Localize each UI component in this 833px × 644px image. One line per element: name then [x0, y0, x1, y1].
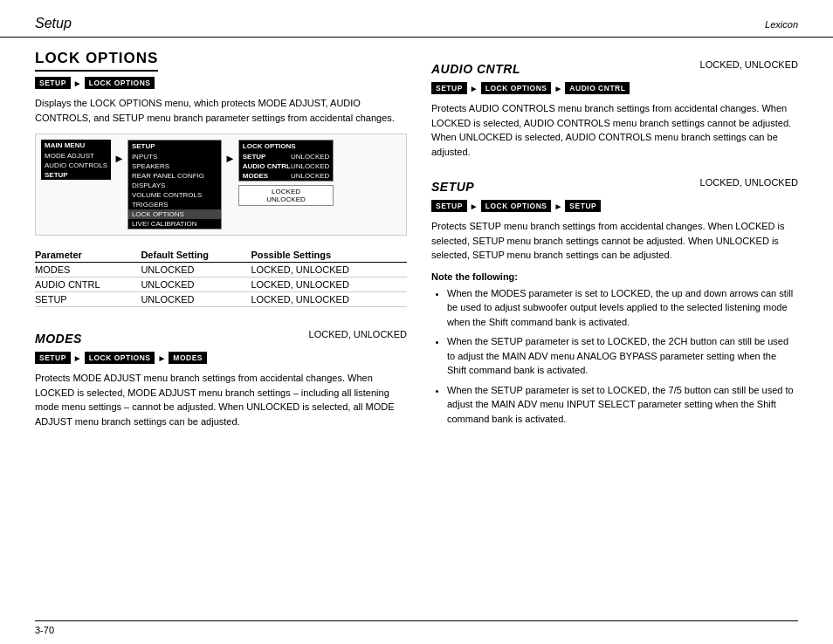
audio-bc-lock-options: LOCK OPTIONS — [481, 82, 552, 94]
header-setup-label: Setup — [35, 16, 72, 31]
page: Setup Lexicon LOCK OPTIONS SETUP ► LOCK … — [0, 0, 833, 644]
audio-cntrl-title: AUDIO CNTRL — [431, 62, 520, 76]
param-setup: SETUP — [35, 292, 141, 307]
modes-section-header: MODES LOCKED, UNLOCKED — [35, 319, 407, 349]
unlocked-option: UNLOCKED — [246, 195, 327, 203]
default-audio-cntrl: UNLOCKED — [141, 277, 251, 292]
setup-section-title: SETUP — [431, 180, 474, 194]
audio-cntrl-header: AUDIO CNTRL LOCKED, UNLOCKED — [431, 50, 798, 79]
default-setup: UNLOCKED — [141, 292, 251, 307]
right-column: AUDIO CNTRL LOCKED, UNLOCKED SETUP ► LOC… — [431, 50, 798, 437]
modes-breadcrumb: SETUP ► LOCK OPTIONS ► MODES — [35, 352, 407, 364]
note-list: When the MODES parameter is set to LOCKE… — [431, 286, 798, 427]
setup-description: Protects SETUP menu branch settings from… — [431, 219, 798, 263]
breadcrumb-setup: SETUP — [35, 77, 71, 89]
setup-bc-arrow-2: ► — [554, 202, 562, 211]
menu-col3-modes-label: MODES — [243, 172, 268, 180]
audio-cntrl-description: Protects AUDIO CONTROLS menu branch sett… — [431, 101, 798, 159]
menu-col1-item-audio-controls: AUDIO CONTROLS — [41, 161, 111, 170]
note-heading: Note the following: — [431, 271, 798, 282]
table-row: MODES UNLOCKED LOCKED, UNLOCKED — [35, 263, 407, 277]
menu-col2-inputs: INPUTS — [128, 152, 221, 161]
audio-bc-audio-cntrl: AUDIO CNTRL — [565, 82, 630, 94]
modes-title: MODES — [35, 332, 82, 346]
menu-col3-audio-label: AUDIO CNTRL — [243, 162, 291, 170]
audio-bc-arrow-2: ► — [554, 84, 562, 93]
audio-cntrl-breadcrumb: SETUP ► LOCK OPTIONS ► AUDIO CNTRL — [431, 82, 798, 94]
modes-bc-setup: SETUP — [35, 352, 71, 364]
modes-description: Protects MODE ADJUST menu branch setting… — [35, 371, 407, 428]
menu-col2-lock-options: LOCK OPTIONS — [128, 209, 221, 219]
default-modes: UNLOCKED — [141, 263, 251, 277]
menu-col2-displays: DISPLAYS — [128, 181, 221, 190]
possible-setup: LOCKED, UNLOCKED — [251, 292, 407, 307]
modes-bc-modes: MODES — [169, 352, 207, 364]
intro-description: Displays the LOCK OPTIONS menu, which pr… — [35, 96, 407, 125]
page-footer: 3-70 — [35, 620, 798, 635]
menu-col2-triggers: TRIGGERS — [128, 200, 221, 209]
modes-bc-arrow-1: ► — [73, 353, 82, 363]
param-modes: MODES — [35, 263, 141, 277]
modes-bc-lock-options: LOCK OPTIONS — [85, 352, 155, 364]
possible-audio-cntrl: LOCKED, UNLOCKED — [251, 277, 407, 292]
locked-option: LOCKED — [246, 188, 327, 195]
main-section-title: LOCK OPTIONS — [35, 50, 158, 72]
menu-col3-modes-value: UNLOCKED — [291, 172, 329, 180]
possible-modes: LOCKED, UNLOCKED — [251, 263, 407, 277]
setup-section-options: LOCKED, UNLOCKED — [700, 177, 798, 188]
menu-col3-audio-row: AUDIO CNTRL UNLOCKED — [239, 161, 334, 171]
modes-bc-arrow-2: ► — [157, 353, 166, 363]
modes-options: LOCKED, UNLOCKED — [309, 329, 407, 339]
left-column: LOCK OPTIONS SETUP ► LOCK OPTIONS Displa… — [35, 50, 407, 437]
setup-bc-setup-end: SETUP — [565, 200, 601, 212]
setup-bc-arrow-1: ► — [470, 202, 478, 211]
audio-bc-setup: SETUP — [431, 82, 467, 94]
header-brand-label: Lexicon — [765, 19, 798, 30]
menu-col2-rear-panel: REAR PANEL CONFIG — [128, 171, 221, 181]
menu-col2-volume: VOLUME CONTROLS — [128, 190, 221, 200]
breadcrumb-arrow-1: ► — [73, 79, 82, 88]
menu-col3-header: LOCK OPTIONS — [239, 140, 334, 152]
menu-col3-audio-value: UNLOCKED — [291, 162, 329, 170]
menu-col2: SETUP INPUTS SPEAKERS REAR PANEL CONFIG … — [127, 140, 222, 230]
page-header: Setup Lexicon — [0, 0, 833, 38]
param-col-header: Parameter — [35, 248, 141, 263]
audio-bc-arrow-1: ► — [470, 84, 478, 93]
footer-page-number: 3-70 — [35, 625, 54, 635]
menu-col2-header: SETUP — [128, 140, 221, 152]
possible-col-header: Possible Settings — [251, 248, 407, 263]
setup-bc-setup: SETUP — [431, 200, 467, 212]
menu-col2-speakers: SPEAKERS — [128, 161, 221, 171]
setup-breadcrumb: SETUP ► LOCK OPTIONS ► SETUP — [431, 200, 798, 212]
menu-col1-item-setup: SETUP — [41, 170, 111, 180]
content-area: LOCK OPTIONS SETUP ► LOCK OPTIONS Displa… — [0, 38, 833, 449]
table-row: SETUP UNLOCKED LOCKED, UNLOCKED — [35, 292, 407, 307]
setup-section-header: SETUP LOCKED, UNLOCKED — [431, 168, 798, 197]
menu-col3-wrapper: LOCK OPTIONS SETUP UNLOCKED AUDIO CNTRL … — [238, 140, 334, 206]
setup-bc-lock-options: LOCK OPTIONS — [481, 200, 552, 212]
menu-col3-setup-row: SETUP UNLOCKED — [239, 152, 334, 161]
menu-col3-modes-row: MODES UNLOCKED — [239, 171, 334, 181]
menu-diagram: MAIN MENU MODE ADJUST AUDIO CONTROLS SET… — [35, 134, 407, 236]
menu-col1-item-mode-adjust: MODE ADJUST — [41, 151, 111, 161]
menu-col3-setup-value: UNLOCKED — [291, 153, 329, 161]
menu-col3: LOCK OPTIONS SETUP UNLOCKED AUDIO CNTRL … — [238, 140, 334, 182]
note-item-3: When the SETUP parameter is set to LOCKE… — [447, 383, 798, 427]
menu-col1: MAIN MENU MODE ADJUST AUDIO CONTROLS SET… — [41, 140, 111, 180]
locked-options-box: LOCKED UNLOCKED — [238, 185, 334, 206]
setup-section: SETUP LOCKED, UNLOCKED SETUP ► LOCK OPTI… — [431, 168, 798, 263]
default-col-header: Default Setting — [141, 248, 251, 263]
diagram-arrow-2: ► — [222, 140, 238, 165]
diagram-arrow-1: ► — [111, 140, 127, 165]
note-item-1: When the MODES parameter is set to LOCKE… — [447, 286, 798, 330]
breadcrumb-lock-options: LOCK OPTIONS — [85, 77, 155, 89]
param-audio-cntrl: AUDIO CNTRL — [35, 277, 141, 292]
audio-cntrl-options: LOCKED, UNLOCKED — [700, 59, 798, 70]
menu-col2-live-cal: LIVE! CALIBRATION — [128, 219, 221, 229]
table-row: AUDIO CNTRL UNLOCKED LOCKED, UNLOCKED — [35, 277, 407, 292]
main-breadcrumb: SETUP ► LOCK OPTIONS — [35, 77, 407, 89]
note-section: Note the following: When the MODES param… — [431, 271, 798, 427]
parameter-table: Parameter Default Setting Possible Setti… — [35, 248, 407, 307]
note-item-2: When the SETUP parameter is set to LOCKE… — [447, 334, 798, 378]
audio-cntrl-section: AUDIO CNTRL LOCKED, UNLOCKED SETUP ► LOC… — [431, 50, 798, 159]
